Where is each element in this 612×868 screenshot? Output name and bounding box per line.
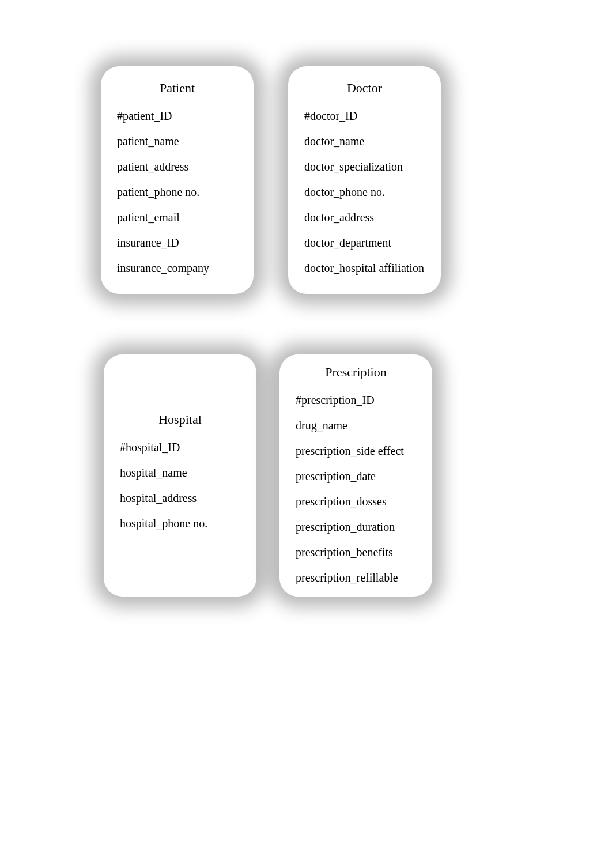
entity-attribute: prescription_refillable (296, 570, 416, 585)
entity-attribute: doctor_hospital affiliation (304, 261, 425, 276)
entity-attribute: #hospital_ID (120, 440, 240, 455)
entity-attribute: patient_phone no. (117, 184, 237, 199)
entity-attribute: hospital_address (120, 490, 240, 505)
entity-title: Doctor (304, 81, 425, 96)
entity-attribute: patient_name (117, 134, 237, 149)
entity-title: Prescription (296, 365, 416, 380)
entity-prescription: Prescription #prescription_ID drug_name … (279, 354, 432, 597)
entity-title: Hospital (120, 412, 240, 427)
entity-attribute: insurance_company (117, 261, 237, 276)
entity-attribute: insurance_ID (117, 235, 237, 250)
entity-attribute: prescription_duration (296, 519, 416, 534)
entity-attribute: prescription_date (296, 469, 416, 484)
entity-hospital: Hospital #hospital_ID hospital_name hosp… (104, 354, 256, 597)
entity-attribute: drug_name (296, 418, 416, 433)
entity-attribute: prescription_side effect (296, 443, 416, 458)
entity-attribute: prescription_dosses (296, 494, 416, 509)
entity-attribute: doctor_specialization (304, 159, 425, 174)
entity-attribute: prescription_benefits (296, 545, 416, 560)
entity-title: Patient (117, 81, 237, 96)
entity-doctor: Doctor #doctor_ID doctor_name doctor_spe… (288, 66, 441, 294)
entity-attribute: doctor_name (304, 134, 425, 149)
entity-attribute: hospital_phone no. (120, 516, 240, 531)
entity-attribute: patient_email (117, 210, 237, 225)
entity-attribute: #prescription_ID (296, 393, 416, 407)
entity-attribute: doctor_address (304, 210, 425, 225)
entity-attribute: doctor_department (304, 235, 425, 250)
entity-attribute: patient_address (117, 159, 237, 174)
entity-attribute: #doctor_ID (304, 108, 425, 123)
entity-attribute: #patient_ID (117, 108, 237, 123)
entity-attribute: doctor_phone no. (304, 184, 425, 199)
entity-patient: Patient #patient_ID patient_name patient… (101, 66, 254, 294)
entity-attribute: hospital_name (120, 465, 240, 480)
